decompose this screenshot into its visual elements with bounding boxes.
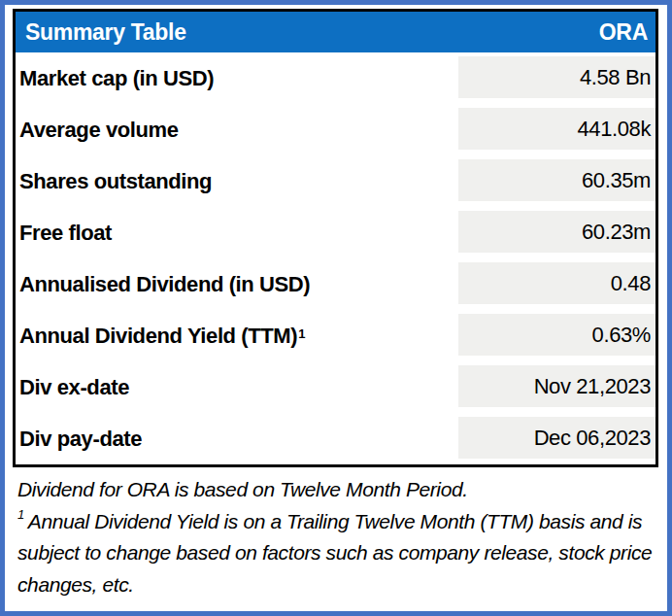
row-label: Free float [16, 207, 458, 258]
row-value: 0.48 [458, 262, 655, 304]
footnote-line: 1Annual Dividend Yield is on a Trailing … [17, 506, 655, 601]
row-value: 441.08k [458, 108, 655, 150]
table-row: Annual Dividend Yield (TTM)1 0.63% [16, 310, 655, 361]
row-label: Annual Dividend Yield (TTM)1 [16, 310, 458, 361]
row-value: 60.23m [458, 211, 655, 253]
row-label: Div pay-date [16, 413, 458, 464]
table-title: Summary Table [25, 19, 186, 46]
row-label: Annualised Dividend (in USD) [16, 258, 458, 310]
ticker-symbol: ORA [599, 19, 648, 46]
row-value: 60.35m [458, 159, 655, 201]
table-rows: Market cap (in USD) 4.58 Bn Average volu… [16, 52, 655, 464]
table-row: Free float 60.23m [16, 207, 655, 258]
row-label: Market cap (in USD) [16, 52, 458, 104]
table-row: Shares outstanding 60.35m [16, 155, 655, 207]
table-header: Summary Table ORA [16, 12, 655, 52]
table-row: Market cap (in USD) 4.58 Bn [16, 52, 655, 104]
footnote-line: Dividend for ORA is based on Twelve Mont… [17, 474, 655, 506]
row-label: Div ex-date [16, 361, 458, 413]
table-row: Div ex-date Nov 21,2023 [16, 361, 655, 413]
summary-table: Summary Table ORA Market cap (in USD) 4.… [13, 9, 658, 467]
footnotes: Dividend for ORA is based on Twelve Mont… [5, 467, 667, 600]
row-label: Average volume [16, 104, 458, 155]
row-value: Nov 21,2023 [458, 365, 655, 407]
table-row: Div pay-date Dec 06,2023 [16, 413, 655, 464]
table-row: Average volume 441.08k [16, 104, 655, 155]
row-label: Shares outstanding [16, 155, 458, 207]
row-value: Dec 06,2023 [458, 417, 655, 459]
widget-frame: Summary Table ORA Market cap (in USD) 4.… [0, 0, 672, 616]
row-value: 0.63% [458, 314, 655, 356]
table-row: Annualised Dividend (in USD) 0.48 [16, 258, 655, 310]
row-value: 4.58 Bn [458, 56, 655, 98]
